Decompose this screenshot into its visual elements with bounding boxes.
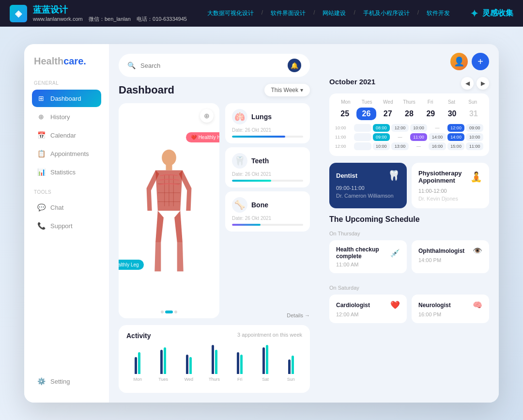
slot-mon-11[interactable]	[354, 133, 371, 141]
chart-day-sun: Sun	[279, 345, 302, 382]
this-week-label: This Week	[271, 87, 298, 93]
schedule-name-ophthal: Ophthalmologist	[418, 248, 464, 254]
bar-tues-cyan	[164, 347, 166, 374]
appt-title-dentist: Dentist	[336, 172, 357, 179]
slot-mon-12[interactable]	[354, 142, 371, 150]
cal-date-30[interactable]: 30	[442, 108, 461, 120]
user-avatar[interactable]: 👤	[450, 53, 468, 70]
schedule-name-checkup: Health checkup complete	[336, 246, 390, 260]
nav-dev[interactable]: 软件开发	[427, 9, 450, 17]
slot-sat-10[interactable]: 12:00	[447, 124, 465, 132]
label-thurs: Thurs	[209, 377, 220, 382]
schedule-card-header-checkup: Health checkup complete 💉	[336, 246, 400, 260]
label-tues: Tues	[158, 377, 168, 382]
appt-card-dentist[interactable]: Dentist 🦷 09:00-11:00 Dr. Cameron Willia…	[329, 163, 407, 208]
schedule-card-neuro[interactable]: Neurologist 🧠 16:00 PM	[412, 295, 489, 323]
teeth-name: Teeth	[251, 157, 269, 165]
cal-date-26[interactable]: 26	[356, 108, 376, 120]
nav-website[interactable]: 网站建设	[323, 9, 346, 17]
svg-point-0	[162, 150, 176, 166]
cal-date-31[interactable]: 31	[464, 108, 483, 120]
body-figure-svg	[140, 148, 198, 274]
appt-card-physio[interactable]: Physiotherapy Appoinment 🧘 11:00-12:00 D…	[412, 163, 489, 208]
history-icon: ⊕	[37, 112, 46, 121]
day-mon: Mon	[335, 99, 356, 105]
slot-tues-10[interactable]: 08:00	[373, 124, 390, 132]
schedule-time-cardio: 12:00 AM	[336, 311, 400, 317]
cal-date-27[interactable]: 27	[378, 108, 398, 120]
organ-card-bone[interactable]: 🦴 Bone Date: 26 Okt 2021	[225, 191, 310, 232]
appt-doctor-physio: Dr. Kevin Djones	[418, 196, 482, 202]
sidebar-item-chat[interactable]: 💬 Chat	[32, 199, 101, 216]
day-sat: Sat	[441, 99, 462, 105]
slot-sun-12[interactable]: 11:00	[466, 142, 483, 150]
slot-fri-11[interactable]: 14:00	[429, 133, 446, 141]
slot-wed-12[interactable]: 13:00	[391, 142, 409, 150]
bone-progress-fill	[232, 224, 261, 226]
sidebar-item-support[interactable]: 📞 Support	[32, 217, 101, 234]
slot-mon-10[interactable]	[354, 124, 371, 132]
calendar-next-button[interactable]: ▶	[477, 77, 489, 90]
sidebar-item-appointments[interactable]: 📋 Appointments	[32, 145, 101, 162]
lungs-icon: 🫁	[232, 109, 247, 124]
nav-mobile[interactable]: 手机及小程序设计	[363, 9, 410, 17]
logo-health: Health	[34, 56, 63, 66]
cal-date-29[interactable]: 29	[421, 108, 440, 120]
calendar-icon: 📅	[37, 131, 46, 140]
sidebar-item-setting[interactable]: ⚙️ Setting	[32, 373, 101, 390]
slot-sun-10[interactable]: 09:00	[466, 124, 483, 132]
slot-wed-10[interactable]: 12:00	[391, 124, 409, 132]
schedule-time-neuro: 16:00 PM	[418, 311, 482, 317]
bar-thurs-cyan	[215, 350, 217, 374]
bar-sun-cyan	[292, 356, 294, 374]
search-input[interactable]	[140, 62, 283, 69]
appt-title-physio: Physiotherapy Appoinment	[418, 170, 470, 184]
statistics-icon: 📊	[37, 168, 46, 176]
slot-sat-12[interactable]: 15:00	[447, 142, 465, 150]
lungs-progress-fill	[232, 136, 285, 138]
sidebar-item-history[interactable]: ⊕ History	[32, 108, 101, 125]
time-label-11: 11:00	[335, 133, 353, 140]
sidebar-item-dashboard[interactable]: ⊞ Dashboard	[32, 90, 101, 107]
slot-tues-12[interactable]: 10:00	[373, 142, 390, 150]
sidebar-label-support: Support	[50, 222, 73, 230]
calendar-grid: Mon Tues Wed Thurs Fri Sat Sun 25 26 27 …	[329, 93, 489, 156]
cal-date-28[interactable]: 28	[400, 108, 419, 120]
body-organs-row: ⊕	[119, 103, 310, 318]
banner-nav: 大数据可视化设计 / 软件界面设计 / 网站建设 / 手机及小程序设计 / 软件…	[207, 9, 450, 17]
schedule-card-checkup[interactable]: Health checkup complete 💉 11:00 AM	[329, 240, 407, 273]
slot-sun-11[interactable]: 10:00	[466, 133, 483, 141]
details-link[interactable]: Details →	[225, 311, 310, 318]
organ-card-lungs[interactable]: 🫁 Lungs Date: 26 Okt 2021	[225, 103, 310, 143]
organ-card-teeth[interactable]: 🦷 Teeth Date: 26 Okt 2021	[225, 147, 310, 187]
calendar-days-header: Mon Tues Wed Thurs Fri Sat Sun	[335, 99, 483, 105]
slot-sat-11[interactable]: 14:00	[447, 133, 465, 141]
lungs-name: Lungs	[251, 113, 272, 121]
schedule-card-header-neuro: Neurologist 🧠	[418, 300, 482, 310]
bar-thurs-blue	[212, 345, 214, 374]
notification-bell[interactable]: 🔔	[288, 59, 301, 72]
slot-tues-11[interactable]: 09:00	[373, 133, 390, 141]
slot-thurs-11[interactable]: 11:00	[410, 133, 428, 141]
bone-name: Bone	[251, 201, 268, 209]
cal-date-25[interactable]: 25	[335, 108, 354, 120]
sidebar-label-chat: Chat	[50, 204, 63, 211]
sidebar-item-calendar[interactable]: 📅 Calendar	[32, 126, 101, 144]
schedule-card-ophthal[interactable]: Ophthalmologist 👁️ 14:00 PM	[412, 240, 489, 273]
sidebar-item-statistics[interactable]: 📊 Statistics	[32, 163, 101, 181]
calendar-prev-button[interactable]: ◀	[461, 77, 474, 90]
slot-thurs-10[interactable]: 10:00	[410, 124, 428, 132]
schedule-card-cardio[interactable]: Cardiologist ❤️ 12:00 AM	[329, 295, 407, 323]
bone-icon: 🦴	[232, 197, 247, 213]
schedule-name-neuro: Neurologist	[418, 302, 451, 309]
this-week-button[interactable]: This Week ▾	[264, 84, 310, 96]
nav-software[interactable]: 软件界面设计	[271, 9, 306, 17]
add-button[interactable]: +	[472, 53, 489, 70]
upcoming-schedule: The Upcoming Schedule	[329, 215, 489, 224]
schedule-time-checkup: 11:00 AM	[336, 262, 400, 267]
slot-fri-10: —	[429, 124, 446, 132]
nav-bigdata[interactable]: 大数据可视化设计	[207, 9, 254, 17]
schedule-row-thursday: Health checkup complete 💉 11:00 AM Ophth…	[329, 240, 489, 273]
bar-fri-blue	[237, 352, 239, 374]
slot-fri-12[interactable]: 16:00	[429, 142, 446, 150]
